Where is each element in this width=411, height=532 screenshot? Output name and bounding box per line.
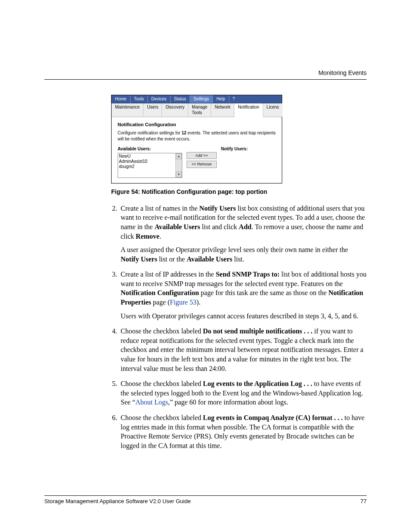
list-item[interactable]: AdminAssist10 (119, 159, 174, 164)
scroll-up-icon[interactable]: ▲ (176, 153, 182, 159)
primary-tabs: Home Tools Devices Status Settings Help … (112, 95, 282, 103)
tab-tools[interactable]: Tools (131, 95, 148, 103)
figure-53-link[interactable]: Figure 53 (170, 299, 196, 306)
step-text: ). (196, 299, 200, 306)
tab-status[interactable]: Status (171, 95, 190, 103)
config-title: Notification Configuration (118, 121, 276, 128)
tab-question[interactable]: ? (229, 95, 239, 103)
config-desc-count: 12 (181, 131, 186, 135)
tab-home[interactable]: Home (112, 95, 131, 103)
scroll-down-icon[interactable]: ▼ (176, 171, 182, 177)
notify-users-label: Notify Users: (221, 146, 276, 152)
step-bold: Notify Users (199, 205, 236, 212)
remove-button[interactable]: << Remove (187, 161, 217, 168)
step-text: page for this task are the same as those… (199, 289, 328, 296)
subtab-maintenance[interactable]: Maintenance (112, 103, 143, 117)
add-button[interactable]: Add >> (187, 152, 217, 159)
step-text: Create a list of names in the (121, 205, 199, 212)
footer-title: Storage Management Appliance Software V2… (44, 498, 191, 505)
scrollbar[interactable]: ▲ ▼ (175, 153, 182, 177)
step-4: Choose the checkbox labeled Do not send … (119, 327, 367, 373)
step-text: Choose the checkbox labeled (121, 327, 203, 335)
step-text: ,” page 60 for more information about lo… (168, 398, 288, 406)
steps-list: Create a list of names in the Notify Use… (111, 204, 367, 451)
about-logs-link[interactable]: About Logs (135, 398, 168, 406)
available-users-label: Available Users: (118, 146, 182, 152)
subtab-network[interactable]: Network (211, 103, 234, 117)
config-desc: Configure notification settings for 12 e… (118, 130, 276, 142)
step-text: page ( (151, 299, 170, 306)
header-rule (44, 79, 367, 80)
tab-devices[interactable]: Devices (148, 95, 171, 103)
step-text: A user assigned the Operator privilege l… (121, 246, 348, 253)
subtab-manage-tools[interactable]: Manage Tools (188, 103, 211, 117)
step-bold: Available Users (187, 255, 232, 263)
config-desc-before: Configure notification settings for (118, 131, 181, 135)
step-bold: Available Users (155, 223, 200, 230)
figure-container: Home Tools Devices Status Settings Help … (111, 95, 367, 196)
step-2: Create a list of names in the Notify Use… (119, 204, 367, 264)
subtab-licens[interactable]: Licens (263, 103, 283, 117)
step-text: Choose the checkbox labeled (121, 414, 203, 421)
step-text: Choose the checkbox labeled (121, 380, 203, 387)
subtab-discovery[interactable]: Discovery (162, 103, 188, 117)
available-users-listbox[interactable]: NewU AdminAssist10 dougm2 ▲ ▼ (118, 153, 182, 178)
step-3-note: Users with Operator privileges cannot ac… (121, 311, 367, 321)
step-bold: Add (239, 223, 251, 230)
figure-caption: Figure 54: Notification Configuration pa… (111, 188, 367, 196)
step-text: . (159, 233, 161, 240)
step-bold: Do not send multiple notifications . . . (203, 327, 314, 335)
subtab-notification[interactable]: Notification (234, 103, 263, 117)
step-text: list or the (157, 255, 187, 263)
step-5: Choose the checkbox labeled Log events t… (119, 379, 367, 407)
step-bold: Notify Users (121, 255, 157, 263)
footer-rule (44, 495, 367, 496)
tab-help[interactable]: Help (213, 95, 229, 103)
step-bold: Send SNMP Traps to: (216, 271, 280, 278)
page-number: 77 (361, 498, 367, 505)
step-bold: Log events to the Application Log . . . (203, 380, 314, 387)
step-text: list. (232, 255, 244, 263)
screenshot-figure: Home Tools Devices Status Settings Help … (111, 95, 282, 184)
list-item[interactable]: dougm2 (119, 164, 174, 169)
list-item[interactable]: NewU (119, 154, 174, 159)
step-3: Create a list of IP addresses in the Sen… (119, 270, 367, 320)
header-section-title: Monitoring Events (318, 69, 367, 77)
tab-settings[interactable]: Settings (190, 95, 213, 103)
subtab-users[interactable]: Users (143, 103, 162, 117)
step-bold: Notification Configuration (121, 289, 199, 296)
step-bold: Remove (136, 233, 159, 240)
step-2-note: A user assigned the Operator privilege l… (121, 245, 367, 264)
step-bold: Log events in Compaq Analyze (CA) format… (203, 414, 344, 421)
step-text: Create a list of IP addresses in the (121, 271, 216, 278)
secondary-tabs: Maintenance Users Discovery Manage Tools… (112, 103, 282, 117)
step-6: Choose the checkbox labeled Log events i… (119, 413, 367, 450)
step-text: list and click (200, 223, 239, 230)
